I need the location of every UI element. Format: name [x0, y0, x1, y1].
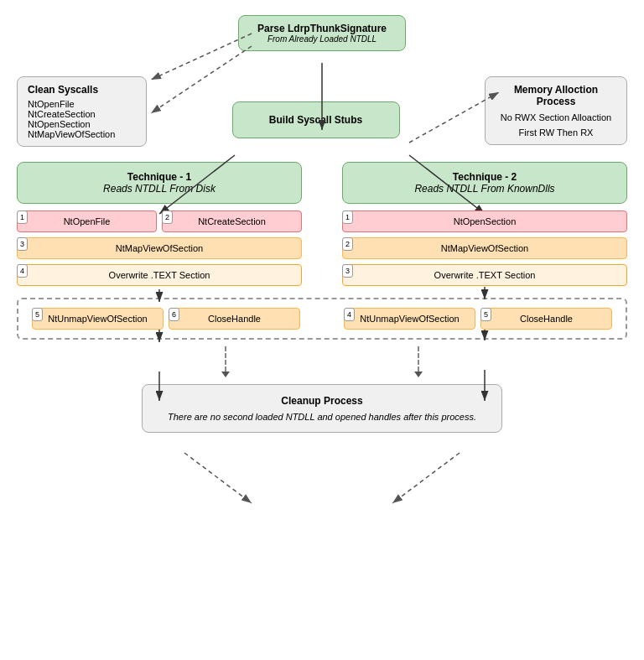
- parse-title: Parse LdrpThunkSignature: [249, 23, 395, 34]
- cleanup-title: Cleanup Process: [159, 395, 485, 407]
- t1-step1b: 2 NtCreateSection: [162, 210, 302, 232]
- t2-step4b-label: CloseHandle: [520, 314, 573, 324]
- memory-alloc-line2: First RW Then RX: [496, 127, 616, 138]
- shared-dashed-area: 5 NtUnmapViewOfSection 6 CloseHandle 4 N…: [17, 298, 627, 340]
- t2-badge4a: 4: [344, 308, 355, 321]
- cleanup-box: Cleanup Process There are no second load…: [142, 384, 502, 433]
- clean-syscalls-item3: NtOpenSection: [28, 119, 136, 129]
- t1-step2: 3 NtMapViewOfSection: [17, 237, 302, 259]
- technique1-title: Technique - 1: [26, 171, 293, 183]
- t1-step4b-label: CloseHandle: [208, 314, 261, 324]
- memory-alloc-box: Memory Alloction Process No RWX Section …: [485, 76, 627, 145]
- technique2-column: Technique - 2 Reads NTDLL From KnownDlls…: [342, 162, 627, 291]
- technique1-box: Technique - 1 Reads NTDLL From Disk: [17, 162, 302, 204]
- t1-step4a-label: NtUnmapViewOfSection: [48, 314, 147, 324]
- build-syscall-title: Build Syscall Stubs: [243, 114, 389, 126]
- t1-step2-label: NtMapViewOfSection: [116, 243, 203, 253]
- clean-syscalls-item4: NtMapViewOfSection: [28, 129, 136, 139]
- diagram: Parse LdrpThunkSignature From Already Lo…: [0, 0, 644, 660]
- t2-step3-label: Overwrite .TEXT Section: [434, 270, 536, 280]
- t1-badge3: 4: [17, 264, 28, 278]
- technique2-box: Technique - 2 Reads NTDLL From KnownDlls: [342, 162, 627, 204]
- build-syscall-box: Build Syscall Stubs: [232, 101, 400, 138]
- memory-alloc-line1: No RWX Section Alloaction: [496, 112, 616, 122]
- parse-box: Parse LdrpThunkSignature From Already Lo…: [238, 15, 406, 51]
- clean-syscalls-box: Clean Syscalls NtOpenFile NtCreateSectio…: [17, 76, 147, 147]
- t2-step4a-label: NtUnmapViewOfSection: [360, 314, 459, 324]
- t1-step3-label: Overwrite .TEXT Section: [109, 270, 210, 280]
- t1-badge1b: 2: [162, 210, 173, 224]
- t1-step1a: 1 NtOpenFile: [17, 210, 157, 232]
- t1-step4a: 5 NtUnmapViewOfSection: [32, 308, 164, 330]
- t2-step4b: 5 CloseHandle: [480, 308, 612, 330]
- technique1-subtitle: Reads NTDLL From Disk: [26, 183, 293, 195]
- clean-syscalls-item1: NtOpenFile: [28, 99, 136, 109]
- t1-badge4b: 6: [169, 308, 179, 321]
- t1-step3: 4 Overwrite .TEXT Section: [17, 264, 302, 286]
- technique2-title: Technique - 2: [351, 171, 618, 183]
- t2-step3: 3 Overwrite .TEXT Section: [342, 264, 627, 286]
- cleanup-subtitle: There are no second loaded NTDLL and ope…: [159, 412, 485, 422]
- clean-syscalls-item2: NtCreateSection: [28, 109, 136, 119]
- t2-badge1: 1: [342, 210, 353, 224]
- svg-line-17: [392, 453, 460, 503]
- t2-badge2: 2: [342, 237, 353, 251]
- memory-alloc-title: Memory Alloction Process: [496, 84, 616, 107]
- t2-badge3: 3: [342, 264, 353, 278]
- clean-syscalls-title: Clean Syscalls: [28, 84, 136, 96]
- t2-badge4b: 5: [480, 308, 491, 321]
- t2-step1: 1 NtOpenSection: [342, 210, 627, 232]
- t1-badge4a: 5: [32, 308, 43, 321]
- t1-step1b-label: NtCreateSection: [198, 216, 266, 226]
- technique2-subtitle: Reads NTDLL From KnownDlls: [351, 183, 618, 195]
- t1-badge1a: 1: [17, 210, 28, 224]
- t1-step4b: 6 CloseHandle: [169, 308, 300, 330]
- t1-badge2: 3: [17, 237, 28, 251]
- t2-step1-label: NtOpenSection: [454, 216, 517, 226]
- t2-step2: 2 NtMapViewOfSection: [342, 237, 627, 259]
- t2-step2-label: NtMapViewOfSection: [441, 243, 528, 253]
- technique1-column: Technique - 1 Reads NTDLL From Disk 1 Nt…: [17, 162, 302, 291]
- t2-step4a: 4 NtUnmapViewOfSection: [344, 308, 475, 330]
- parse-subtitle: From Already Loaded NTDLL: [249, 34, 395, 44]
- t1-step1a-label: NtOpenFile: [64, 216, 111, 226]
- svg-line-16: [184, 453, 252, 503]
